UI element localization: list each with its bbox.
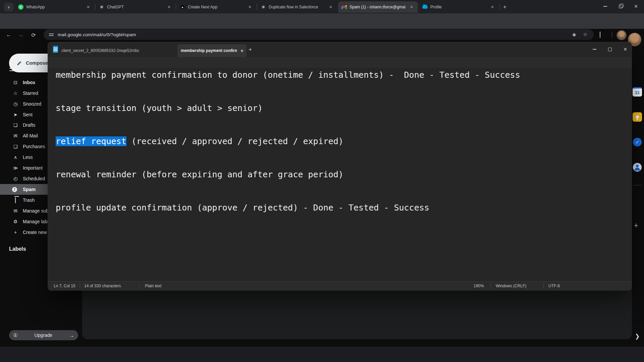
- clock-icon: [12, 101, 19, 107]
- notepad-tab-client-secret[interactable]: client_secret_2_60053885332-2reqe52rribc: [61, 44, 175, 57]
- chatgpt-icon: [261, 4, 266, 10]
- gmail-icon: [341, 4, 347, 10]
- contacts-icon[interactable]: [633, 163, 642, 172]
- unsubscribe-icon: [12, 208, 19, 214]
- text-line-3: relief request (received / approved / re…: [56, 136, 632, 147]
- tab-search-button[interactable]: [4, 3, 13, 11]
- tab-separator: [499, 4, 500, 10]
- tasks-icon[interactable]: [633, 137, 642, 147]
- close-tab-icon[interactable]: [247, 4, 253, 10]
- keep-icon[interactable]: [633, 112, 642, 122]
- shopping-bag-icon: [12, 144, 19, 149]
- tab-separator: [95, 4, 95, 10]
- browser-tab-salesforce-flow[interactable]: Duplicate flow in Salesforce: [257, 1, 337, 13]
- browser-address-bar: mail.google.com/mail/u/0/?ogbl#spam: [0, 13, 644, 29]
- pencil-icon: [16, 61, 21, 65]
- browser-tab-profile[interactable]: Profile: [419, 1, 499, 13]
- new-tab-button[interactable]: [501, 3, 508, 11]
- window-maximize-button[interactable]: [613, 0, 628, 13]
- notepad-close-button[interactable]: [618, 42, 633, 56]
- text-line-4: renewal reminder (before expiring and af…: [56, 169, 632, 180]
- draft-icon: [12, 122, 19, 128]
- star-icon: [12, 90, 19, 96]
- close-tab-icon[interactable]: [85, 4, 91, 10]
- notepad-menubar: File Edit View H1 B I Ab: [48, 57, 632, 68]
- inbox-icon: [12, 80, 19, 85]
- zoom-level[interactable]: 190%: [474, 284, 484, 288]
- taskbar: 78°FMostly sunny Search >_ Pg PC: [0, 347, 644, 362]
- chevron-up-icon: [12, 155, 19, 160]
- side-panel-divider: [633, 185, 641, 185]
- browser-tab-strip: WhatsApp ChatGPT Create Next App Duplica…: [0, 0, 644, 13]
- browser-tab-gmail-spam[interactable]: Spam (1) - ishann.tforce@gmai: [338, 1, 418, 13]
- browser-tab-next-app[interactable]: Create Next App: [176, 1, 256, 13]
- document-mode: Plain text: [145, 284, 161, 288]
- cursor-position: Ln 7, Col 15: [54, 284, 75, 288]
- browser-tab-whatsapp[interactable]: WhatsApp: [15, 1, 95, 13]
- scheduled-send-icon: [12, 176, 19, 181]
- labels-heading: Labels: [9, 246, 26, 252]
- minimize-icon: [593, 49, 596, 50]
- send-icon: [12, 112, 19, 117]
- get-addons-icon[interactable]: [634, 221, 638, 230]
- unsaved-dot-icon: [241, 50, 243, 52]
- notepad-text-area[interactable]: membership payment confirmation to donor…: [48, 68, 632, 282]
- envelope-icon: [12, 133, 19, 138]
- upgrade-button[interactable]: Upgrade: [9, 330, 78, 340]
- notepad-new-tab-button[interactable]: [249, 46, 252, 53]
- tab-separator: [257, 4, 257, 10]
- text-line-1: membership payment confirmation to donor…: [56, 69, 632, 80]
- nextjs-icon: [180, 4, 185, 10]
- notepad-window: client_secret_2_60053885332-2reqe52rribc…: [48, 42, 632, 290]
- tab-separator: [176, 4, 176, 10]
- upgrade-badge-icon: [13, 332, 17, 338]
- restore-icon: [619, 5, 623, 8]
- text-line-2: stage transition (youth > adult > senior…: [56, 103, 632, 114]
- close-tab-icon[interactable]: [489, 4, 495, 10]
- window-minimize-button[interactable]: [597, 0, 613, 13]
- arrow-right-icon: [69, 333, 74, 338]
- maximize-icon: [608, 48, 612, 51]
- notepad-titlebar[interactable]: client_secret_2_60053885332-2reqe52rribc…: [48, 42, 632, 57]
- whatsapp-icon: [18, 4, 23, 10]
- plus-icon: [12, 230, 19, 235]
- minimize-icon: [603, 6, 607, 7]
- notepad-maximize-button[interactable]: [602, 42, 618, 56]
- character-count: 14 of 333 characters: [84, 284, 121, 288]
- notepad-app-icon: [53, 46, 58, 53]
- window-close-button[interactable]: [628, 0, 644, 13]
- notepad-tab-membership[interactable]: membership payment confirmation: [177, 44, 247, 57]
- trash-icon: [12, 197, 19, 203]
- desktop: WhatsApp ChatGPT Create Next App Duplica…: [0, 0, 644, 362]
- line-ending: Windows (CRLF): [496, 284, 526, 288]
- text-line-5: profile update confirmation (approve / r…: [56, 202, 632, 213]
- calendar-icon[interactable]: 31: [633, 87, 642, 97]
- chatgpt-icon: [99, 4, 104, 10]
- selected-text: relief request: [56, 136, 126, 146]
- close-tab-icon[interactable]: [166, 4, 172, 10]
- side-panel-toggle-icon[interactable]: [635, 333, 640, 340]
- close-tab-icon[interactable]: [409, 4, 415, 10]
- notepad-status-bar: Ln 7, Col 15 14 of 333 characters Plain …: [48, 281, 632, 291]
- close-tab-icon[interactable]: [328, 4, 334, 10]
- spam-icon: [12, 187, 19, 192]
- browser-tab-chatgpt[interactable]: ChatGPT: [96, 1, 175, 13]
- gear-icon: [12, 219, 19, 224]
- notepad-minimize-button[interactable]: [587, 42, 602, 56]
- important-marker-icon: [12, 165, 19, 171]
- encoding: UTF-8: [548, 284, 560, 288]
- salesforce-cloud-icon: [422, 4, 428, 10]
